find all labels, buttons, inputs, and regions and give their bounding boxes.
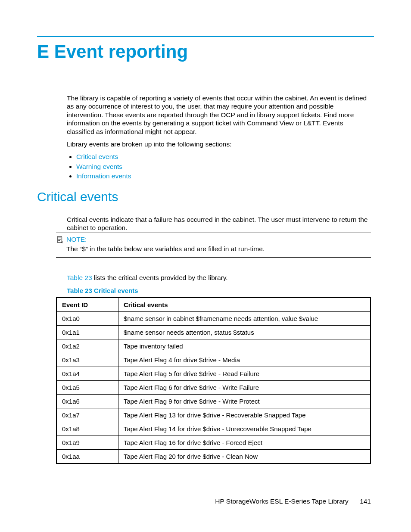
note-head: NOTE: <box>56 236 371 243</box>
cell-event-id: 0x1a6 <box>56 395 118 408</box>
cell-event-desc: $name sensor in cabinet $framename needs… <box>118 312 371 326</box>
note-rule-bottom <box>56 257 371 258</box>
cell-event-id: 0x1a0 <box>56 312 118 326</box>
cell-event-desc: $name sensor needs attention, status $st… <box>118 326 371 339</box>
intro-paragraph-1: The library is capable of reporting a va… <box>67 94 371 136</box>
cell-event-id: 0x1a5 <box>56 381 118 395</box>
critical-events-table: Event ID Critical events 0x1a0$name sens… <box>56 297 371 464</box>
link-critical-events-a[interactable]: Critical events <box>76 153 118 160</box>
note-rule-top <box>56 233 371 233</box>
footer-doc-title: HP StorageWorks ESL E-Series Tape Librar… <box>215 498 349 505</box>
cell-event-id: 0x1a1 <box>56 326 118 339</box>
footer-page-number: 141 <box>360 498 371 505</box>
after-note-paragraph: Table 23 lists the critical events provi… <box>67 274 371 282</box>
note-text: The “$” in the table below are variables… <box>66 245 371 253</box>
cell-event-desc: Tape Alert Flag 13 for drive $drive - Re… <box>118 408 371 422</box>
cell-event-desc: Tape Alert Flag 4 for drive $drive - Med… <box>118 353 371 367</box>
section-link-list: Critical events Warning events Informati… <box>67 152 371 180</box>
cell-event-id: 0x1aa <box>56 450 118 464</box>
table-row: 0x1a4Tape Alert Flag 5 for drive $drive … <box>56 367 371 381</box>
cell-event-id: 0x1a7 <box>56 408 118 422</box>
link-information-events-a[interactable]: Information events <box>76 172 131 180</box>
cell-event-desc: Tape inventory failed <box>118 339 371 353</box>
chapter-title: E Event reporting <box>37 41 188 62</box>
link-critical-events[interactable]: Critical events <box>76 152 371 161</box>
table-header-row: Event ID Critical events <box>56 298 371 312</box>
section-title-critical: Critical events <box>37 190 118 204</box>
table-23-reference[interactable]: Table 23 <box>67 274 92 281</box>
table-row: 0x1a7Tape Alert Flag 13 for drive $drive… <box>56 408 371 422</box>
svg-rect-0 <box>57 236 62 243</box>
after-note-rest: lists the critical events provided by th… <box>92 274 228 281</box>
top-rule <box>37 36 374 37</box>
note-label: NOTE: <box>66 236 87 243</box>
link-information-events[interactable]: Information events <box>76 172 371 180</box>
cell-event-desc: Tape Alert Flag 6 for drive $drive - Wri… <box>118 381 371 395</box>
intro-body: The library is capable of reporting a va… <box>67 94 371 185</box>
cell-event-desc: Tape Alert Flag 14 for drive $drive - Un… <box>118 422 371 436</box>
cell-event-id: 0x1a4 <box>56 367 118 381</box>
cell-event-id: 0x1a3 <box>56 353 118 367</box>
table-row: 0x1a0$name sensor in cabinet $framename … <box>56 312 371 326</box>
intro-paragraph-2: Library events are broken up into the fo… <box>67 140 371 148</box>
cell-event-desc: Tape Alert Flag 5 for drive $drive - Rea… <box>118 367 371 381</box>
link-warning-events[interactable]: Warning events <box>76 162 371 171</box>
note-block: NOTE: The “$” in the table below are var… <box>56 233 371 258</box>
table-row: 0x1a1$name sensor needs attention, statu… <box>56 326 371 339</box>
cell-event-desc: Tape Alert Flag 20 for drive $drive - Cl… <box>118 450 371 464</box>
cell-event-id: 0x1a9 <box>56 436 118 450</box>
cell-event-desc: Tape Alert Flag 16 for drive $drive - Fo… <box>118 436 371 450</box>
cell-event-id: 0x1a8 <box>56 422 118 436</box>
table-row: 0x1a3Tape Alert Flag 4 for drive $drive … <box>56 353 371 367</box>
th-event-id: Event ID <box>56 298 118 312</box>
note-icon <box>56 236 64 243</box>
table-body: 0x1a0$name sensor in cabinet $framename … <box>56 312 371 464</box>
table-row: 0x1a5Tape Alert Flag 6 for drive $drive … <box>56 381 371 395</box>
table-row: 0x1aaTape Alert Flag 20 for drive $drive… <box>56 450 371 464</box>
table-row: 0x1a2Tape inventory failed <box>56 339 371 353</box>
table-row: 0x1a9Tape Alert Flag 16 for drive $drive… <box>56 436 371 450</box>
table-row: 0x1a8Tape Alert Flag 14 for drive $drive… <box>56 422 371 436</box>
cell-event-id: 0x1a2 <box>56 339 118 353</box>
table-row: 0x1a6Tape Alert Flag 9 for drive $drive … <box>56 395 371 408</box>
page-footer: HP StorageWorks ESL E-Series Tape Librar… <box>215 498 371 505</box>
section-paragraph-1: Critical events indicate that a failure … <box>67 215 371 232</box>
link-warning-events-a[interactable]: Warning events <box>76 163 122 170</box>
th-critical-events: Critical events <box>118 298 371 312</box>
cell-event-desc: Tape Alert Flag 9 for drive $drive - Wri… <box>118 395 371 408</box>
table-caption: Table 23 Critical events <box>67 287 138 294</box>
